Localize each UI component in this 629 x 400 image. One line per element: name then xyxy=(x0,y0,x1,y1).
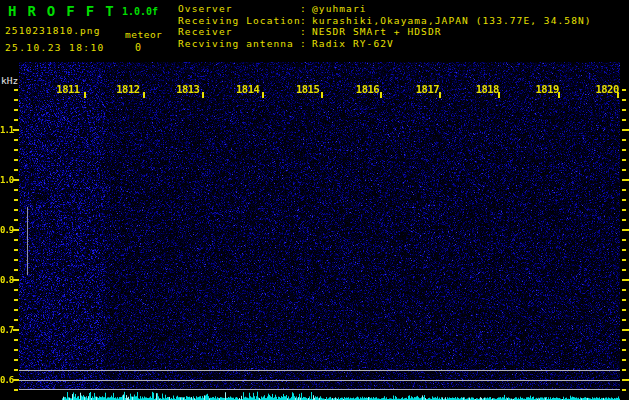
record-timestamp: 25.10.23 18:10 xyxy=(5,42,105,53)
freq-minor-tick xyxy=(622,289,626,291)
freq-minor-tick xyxy=(622,89,626,91)
freq-minor-tick xyxy=(622,389,626,391)
freq-minor-tick xyxy=(14,259,18,261)
info-label: Receiving Location xyxy=(178,15,300,27)
info-label: Recviving antenna xyxy=(178,38,300,50)
freq-major-tick xyxy=(13,379,19,381)
freq-minor-tick xyxy=(622,359,626,361)
freq-major-tick xyxy=(13,279,19,281)
freq-major-tick xyxy=(13,229,19,231)
hrofft-window: HROFFT 1.0.0f 2510231810.png meteor 25.1… xyxy=(0,0,629,400)
spectrogram-canvas xyxy=(19,62,620,390)
app-version: 1.0.0f xyxy=(122,6,158,17)
freq-minor-tick xyxy=(622,199,626,201)
time-tick xyxy=(321,92,323,98)
freq-minor-tick xyxy=(622,299,626,301)
freq-minor-tick xyxy=(622,349,626,351)
freq-minor-tick xyxy=(622,119,626,121)
time-tick xyxy=(202,92,204,98)
freq-minor-tick xyxy=(14,249,18,251)
mode-label: meteor xyxy=(125,29,162,40)
freq-minor-tick xyxy=(622,139,626,141)
time-tick xyxy=(498,92,500,98)
time-label: 1812 xyxy=(113,83,143,95)
freq-minor-tick xyxy=(622,99,626,101)
freq-minor-tick xyxy=(14,309,18,311)
info-row: Receiving Location:kurashiki,Okayama,JAP… xyxy=(178,15,592,27)
freq-minor-tick xyxy=(14,349,18,351)
freq-minor-tick xyxy=(622,309,626,311)
time-label: 1815 xyxy=(293,83,323,95)
info-value: @yuhmari xyxy=(312,3,367,14)
freq-minor-tick xyxy=(622,219,626,221)
info-row: Recviving antenna:Radix RY-62V xyxy=(178,38,592,50)
freq-major-tick xyxy=(622,329,629,331)
info-value: NESDR SMArt + HDSDR xyxy=(312,26,442,37)
freq-minor-tick xyxy=(622,189,626,191)
freq-minor-tick xyxy=(14,389,18,391)
time-tick xyxy=(380,92,382,98)
info-value: kurashiki,Okayama,JAPAN (133.77E, 34.58N… xyxy=(312,15,592,26)
freq-major-tick xyxy=(622,379,629,381)
time-tick xyxy=(558,92,560,98)
freq-minor-tick xyxy=(14,119,18,121)
freq-minor-tick xyxy=(14,369,18,371)
echo-count: 0 xyxy=(135,42,141,53)
freq-label: 0.6 xyxy=(0,375,13,385)
time-label: 1811 xyxy=(53,83,83,95)
freq-minor-tick xyxy=(622,239,626,241)
freq-minor-tick xyxy=(622,249,626,251)
freq-label: 0.9 xyxy=(0,225,13,235)
freq-major-tick xyxy=(13,329,19,331)
freq-label: 0.7 xyxy=(0,325,13,335)
time-tick xyxy=(143,92,145,98)
info-colon: : xyxy=(300,3,312,15)
time-tick xyxy=(84,92,86,98)
signal-level-strip xyxy=(19,390,620,400)
freq-minor-tick xyxy=(622,209,626,211)
station-info-block: Ovserver:@yuhmariReceiving Location:kura… xyxy=(178,3,592,49)
info-row: Receiver:NESDR SMArt + HDSDR xyxy=(178,26,592,38)
time-label: 1813 xyxy=(173,83,203,95)
info-row: Ovserver:@yuhmari xyxy=(178,3,592,15)
freq-minor-tick xyxy=(14,199,18,201)
freq-major-tick xyxy=(622,229,629,231)
freq-minor-tick xyxy=(622,259,626,261)
time-label: 1816 xyxy=(353,83,383,95)
freq-major-tick xyxy=(622,179,629,181)
freq-minor-tick xyxy=(14,319,18,321)
y-axis-unit-label: kHz xyxy=(1,75,18,86)
freq-label: 1.0 xyxy=(0,175,13,185)
freq-minor-tick xyxy=(14,89,18,91)
freq-minor-tick xyxy=(14,209,18,211)
freq-minor-tick xyxy=(622,319,626,321)
freq-minor-tick xyxy=(14,269,18,271)
freq-minor-tick xyxy=(14,99,18,101)
freq-minor-tick xyxy=(14,169,18,171)
time-label: 1817 xyxy=(412,83,442,95)
freq-minor-tick xyxy=(14,299,18,301)
info-colon: : xyxy=(300,26,312,38)
info-label: Ovserver xyxy=(178,3,300,15)
info-colon: : xyxy=(300,15,312,27)
time-tick xyxy=(262,92,264,98)
freq-minor-tick xyxy=(14,159,18,161)
time-label: 1814 xyxy=(233,83,263,95)
freq-minor-tick xyxy=(14,239,18,241)
info-label: Receiver xyxy=(178,26,300,38)
freq-label: 1.1 xyxy=(0,125,13,135)
freq-minor-tick xyxy=(14,149,18,151)
freq-minor-tick xyxy=(622,159,626,161)
freq-minor-tick xyxy=(14,339,18,341)
freq-major-tick xyxy=(622,279,629,281)
freq-minor-tick xyxy=(622,269,626,271)
freq-minor-tick xyxy=(622,109,626,111)
freq-major-tick xyxy=(13,129,19,131)
freq-minor-tick xyxy=(14,219,18,221)
freq-minor-tick xyxy=(622,339,626,341)
time-tick xyxy=(617,92,619,98)
freq-minor-tick xyxy=(14,359,18,361)
info-value: Radix RY-62V xyxy=(312,38,394,49)
freq-label: 0.8 xyxy=(0,275,13,285)
info-colon: : xyxy=(300,38,312,50)
